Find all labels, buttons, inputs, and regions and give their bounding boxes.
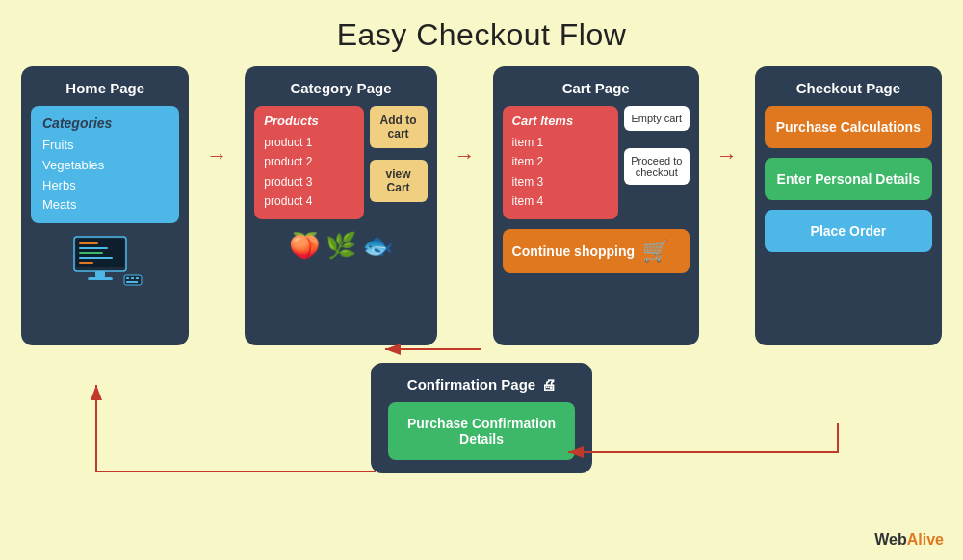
proceed-to-checkout-button[interactable]: Proceed to checkout (624, 148, 690, 185)
page-title: Easy Checkout Flow (0, 0, 963, 64)
category-page-box: Category Page Products product 1 product… (245, 66, 436, 345)
confirmation-page-title: Confirmation Page 🖨 (388, 376, 575, 393)
product-4: product 4 (264, 191, 353, 211)
category-buttons: Add to cart view Cart (370, 106, 428, 219)
home-item-fruits: Fruits (42, 136, 168, 156)
home-inner-box: Categories Fruits Vegetables Herbs Meats (31, 106, 179, 223)
purchase-calculations-button[interactable]: Purchase Calculations (765, 106, 932, 148)
home-item-meats: Meats (42, 195, 168, 216)
checkout-page-box: Checkout Page Purchase Calculations Ente… (755, 66, 942, 345)
arrow-cart-to-checkout: → (716, 143, 738, 168)
printer-icon: 🖨 (541, 376, 556, 393)
product-3: product 3 (264, 172, 353, 191)
cart-items-section: Cart Items item 1 item 2 item 3 item 4 (503, 106, 618, 219)
shopping-cart-emoji: 🛒 (642, 239, 668, 264)
continue-shopping-button[interactable]: Continue shopping 🛒 (503, 229, 690, 273)
empty-cart-button[interactable]: Empty cart (624, 106, 690, 131)
cart-item-4: item 4 (512, 191, 609, 211)
svg-rect-10 (126, 277, 129, 279)
enter-personal-details-button[interactable]: Enter Personal Details (765, 158, 932, 200)
cart-buttons: Empty cart Proceed to checkout (624, 106, 690, 219)
category-inner: Products product 1 product 2 product 3 p… (254, 106, 427, 219)
svg-rect-7 (95, 271, 105, 277)
svg-rect-3 (79, 247, 108, 249)
product-2: product 2 (264, 152, 353, 171)
svg-rect-12 (136, 277, 139, 279)
fruit-emoji: 🍑 (289, 231, 320, 261)
home-item-vegetables: Vegetables (42, 156, 168, 176)
cart-item-2: item 2 (512, 152, 609, 171)
continue-shopping-label: Continue shopping (512, 243, 636, 259)
checkout-page-title: Checkout Page (765, 80, 932, 96)
confirmation-title-text: Confirmation Page (407, 376, 535, 393)
products-title: Products (264, 114, 353, 128)
cart-page-box: Cart Page Cart Items item 1 item 2 item … (493, 66, 699, 345)
svg-rect-6 (79, 262, 93, 264)
confirmation-page-box: Confirmation Page 🖨 Purchase Confirmatio… (371, 363, 592, 473)
cart-item-3: item 3 (512, 172, 609, 191)
arrow-home-to-category: → (206, 143, 227, 168)
flow-container: Home Page Categories Fruits Vegetables H… (0, 66, 963, 345)
brand-web: Web (874, 531, 906, 547)
cart-item-1: item 1 (512, 133, 609, 152)
home-item-herbs: Herbs (42, 176, 168, 196)
cart-page-title: Cart Page (503, 80, 690, 96)
brand-alive: Alive (907, 531, 944, 547)
computer-icon (31, 235, 179, 296)
category-page-title: Category Page (254, 80, 427, 96)
home-page-title: Home Page (31, 80, 179, 96)
svg-rect-2 (79, 242, 98, 244)
categories-title: Categories (42, 115, 168, 131)
svg-rect-9 (124, 275, 142, 285)
svg-rect-5 (79, 257, 113, 259)
fish-emoji: 🐟 (362, 231, 393, 261)
purchase-confirmation-details-button[interactable]: Purchase Confirmation Details (388, 402, 575, 460)
home-page-box: Home Page Categories Fruits Vegetables H… (21, 66, 189, 345)
branding: WebAlive (874, 531, 944, 548)
svg-rect-8 (88, 277, 113, 280)
products-section: Products product 1 product 2 product 3 p… (254, 106, 363, 219)
add-to-cart-button[interactable]: Add to cart (370, 106, 428, 148)
herb-emoji: 🌿 (325, 231, 356, 261)
bottom-section: Confirmation Page 🖨 Purchase Confirmatio… (0, 363, 963, 473)
product-1: product 1 (264, 133, 353, 152)
cart-items-title: Cart Items (512, 114, 609, 128)
arrow-category-to-cart: → (455, 143, 476, 168)
svg-rect-4 (79, 252, 103, 254)
category-emojis: 🍑 🌿 🐟 (254, 231, 427, 261)
svg-rect-11 (131, 277, 134, 279)
cart-inner: Cart Items item 1 item 2 item 3 item 4 E… (503, 106, 690, 219)
svg-rect-13 (126, 281, 138, 283)
view-cart-button[interactable]: view Cart (370, 160, 428, 202)
place-order-button[interactable]: Place Order (765, 210, 932, 252)
